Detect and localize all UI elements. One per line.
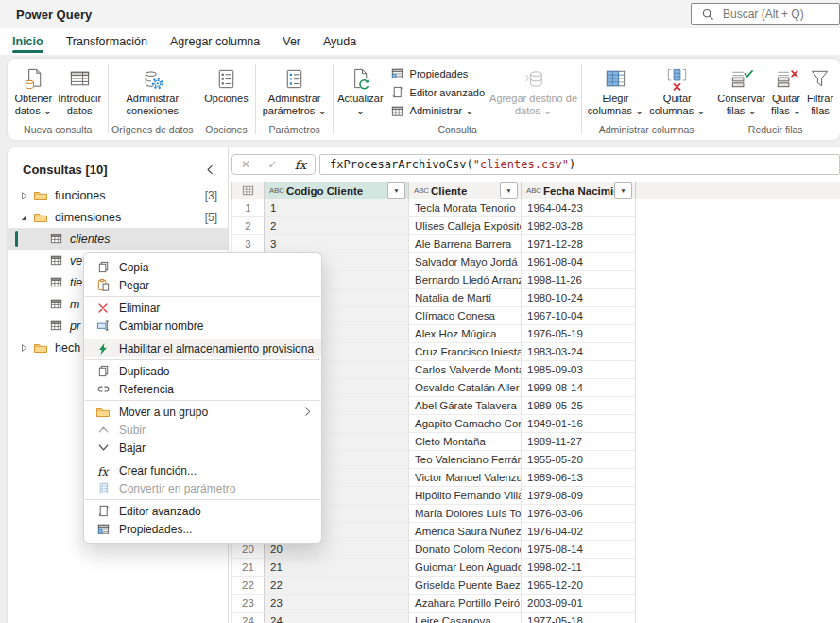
cell-cliente[interactable]: Abel Gárate Talavera [409, 397, 522, 415]
column-header-codigo-cliente[interactable]: ABCCodigo Cliente▼ [265, 182, 409, 199]
formula-cancel-button[interactable]: ✕ [241, 158, 250, 171]
menu-item-editor-avanzado[interactable]: Editor avanzado [84, 502, 321, 520]
filter-button[interactable]: ▼ [614, 182, 632, 199]
cell-cliente[interactable]: Clímaco Conesa [409, 307, 522, 325]
cell-codigo-cliente[interactable]: 22 [265, 577, 409, 595]
collapse-pane-icon[interactable] [204, 164, 216, 176]
tab-inicio[interactable]: Inicio [12, 28, 43, 55]
cell-fecha-nacimiento[interactable]: 1964-04-23 [522, 199, 636, 217]
cell-cliente[interactable]: América Saura Núñez [409, 523, 522, 541]
cell-cliente[interactable]: Victor Manuel Valenzuela Julián [409, 469, 522, 487]
menu-item-bajar[interactable]: Bajar [84, 439, 321, 457]
menu-item-habilitar-el-almacenamiento-provisional[interactable]: Habilitar el almacenamiento provisional [84, 339, 321, 357]
menu-item-pegar[interactable]: Pegar [84, 276, 321, 294]
cell-fecha-nacimiento[interactable]: 1977-05-18 [522, 613, 636, 623]
cell-cliente[interactable]: Guiomar Leon Aguado [409, 559, 522, 577]
cell-cliente[interactable]: Donato Colom Redondo [409, 541, 522, 559]
row-number[interactable]: 1 [231, 199, 265, 217]
cell-cliente[interactable]: Teo Valenciano Ferrándiz [409, 451, 522, 469]
filter-button[interactable]: ▼ [387, 182, 405, 199]
row-number[interactable]: 24 [231, 613, 265, 623]
cell-fecha-nacimiento[interactable]: 2003-09-01 [522, 595, 636, 613]
cell-fecha-nacimiento[interactable]: 1985-09-03 [522, 361, 636, 379]
cell-cliente[interactable]: Carlos Valverde Montaña [409, 361, 522, 379]
tab-agregar-columna[interactable]: Agregar columna [170, 28, 260, 55]
cell-cliente[interactable]: María Dolores Luís Toledo [409, 505, 522, 523]
menu-item-eliminar[interactable]: Eliminar [84, 299, 321, 317]
cell-fecha-nacimiento[interactable]: 1998-02-11 [522, 559, 636, 577]
introducir-datos-button[interactable]: Introducirdatos [55, 62, 104, 119]
administrar-conexiones-button[interactable]: Administrarconexiones [123, 62, 181, 119]
cell-cliente[interactable]: Osvaldo Catalán Aller [409, 379, 522, 397]
quitar-filas-button[interactable]: Quitarfilas ⌄ [768, 62, 804, 119]
obtener-datos-button[interactable]: Obtenerdatos ⌄ [11, 62, 55, 119]
cell-fecha-nacimiento[interactable]: 1982-03-28 [522, 217, 636, 235]
cell-codigo-cliente[interactable]: 23 [265, 595, 409, 613]
sidebar-folder-funciones[interactable]: funciones[3] [8, 184, 228, 206]
formula-input[interactable]: fxProcesarArchivoCsv("clientes.csv") [319, 154, 840, 175]
column-header-fecha-nacimiento[interactable]: ABCFecha Nacimiento▼ [522, 182, 636, 199]
menu-item-cambiar-nombre[interactable]: Cambiar nombre [84, 317, 321, 335]
cell-cliente[interactable]: Griselda Puente Baeza [409, 577, 522, 595]
cell-fecha-nacimiento[interactable]: 1989-11-27 [522, 433, 636, 451]
cell-cliente[interactable]: Hipólito Fernando Villar Gabaldón [409, 487, 522, 505]
editor-avanzado-button[interactable]: Editor avanzado [390, 84, 486, 100]
cell-cliente[interactable]: Agapito Camacho Cordero [409, 415, 522, 433]
cell-fecha-nacimiento[interactable]: 1980-10-24 [522, 289, 636, 307]
cell-fecha-nacimiento[interactable]: 1965-12-20 [522, 577, 636, 595]
cell-fecha-nacimiento[interactable]: 1976-03-06 [522, 505, 636, 523]
cell-codigo-cliente[interactable]: 24 [265, 613, 409, 623]
cell-cliente[interactable]: Ulises Calleja Expósito [409, 217, 522, 235]
tab-transformacion[interactable]: Transformación [66, 28, 147, 55]
cell-fecha-nacimiento[interactable]: 1999-08-14 [522, 379, 636, 397]
sidebar-folder-dimensiones[interactable]: dimensiones[5] [8, 206, 228, 228]
cell-codigo-cliente[interactable]: 21 [265, 559, 409, 577]
tab-ayuda[interactable]: Ayuda [323, 28, 356, 55]
row-number[interactable]: 21 [231, 559, 265, 577]
sidebar-item-clientes[interactable]: clientes [8, 228, 228, 250]
cell-fecha-nacimiento[interactable]: 1979-08-09 [522, 487, 636, 505]
cell-fecha-nacimiento[interactable]: 1971-12-28 [522, 235, 636, 253]
tab-ver[interactable]: Ver [283, 28, 300, 55]
cell-fecha-nacimiento[interactable]: 1989-06-13 [522, 469, 636, 487]
cell-fecha-nacimiento[interactable]: 1967-10-04 [522, 307, 636, 325]
cell-fecha-nacimiento[interactable]: 1998-11-26 [522, 271, 636, 289]
menu-item-propiedades[interactable]: Propiedades... [84, 520, 321, 538]
menu-item-subir[interactable]: Subir [84, 421, 321, 439]
row-number[interactable]: 2 [231, 217, 265, 235]
formula-accept-button[interactable]: ✓ [267, 158, 277, 171]
cell-codigo-cliente[interactable]: 1 [265, 199, 409, 217]
cell-cliente[interactable]: Azahara Portillo Peiró [409, 595, 522, 613]
filtrar-filas-button[interactable]: Filtrarfilas [804, 62, 836, 119]
filter-button[interactable]: ▼ [500, 182, 518, 199]
menu-item-duplicado[interactable]: Duplicado [84, 362, 321, 380]
row-number[interactable]: 3 [231, 235, 265, 253]
menu-item-convertir-en-parametro[interactable]: Convertir en parámetro [84, 479, 321, 497]
conservar-filas-button[interactable]: Conservarfilas ⌄ [714, 62, 768, 119]
quitar-columnas-button[interactable]: Quitarcolumnas ⌄ [646, 62, 708, 119]
cell-codigo-cliente[interactable]: 2 [265, 217, 409, 235]
menu-item-copia[interactable]: Copia [84, 258, 321, 276]
cell-cliente[interactable]: Bernardo Lledó Arranz [409, 271, 522, 289]
opciones-button[interactable]: Opciones [201, 62, 250, 107]
cell-fecha-nacimiento[interactable]: 1961-08-04 [522, 253, 636, 271]
menu-item-mover-a-un-grupo[interactable]: Mover a un grupo [84, 403, 321, 421]
menu-item-crear-funcion[interactable]: fxCrear función... [84, 461, 321, 479]
cell-fecha-nacimiento[interactable]: 1989-05-25 [522, 397, 636, 415]
cell-cliente[interactable]: Cruz Francisco Iniesta [409, 343, 522, 361]
cell-fecha-nacimiento[interactable]: 1976-04-02 [522, 523, 636, 541]
cell-codigo-cliente[interactable]: 3 [265, 235, 409, 253]
cell-cliente[interactable]: Natalia de Martí [409, 289, 522, 307]
administrar-parametros-button[interactable]: Administrarparámetros ⌄ [260, 62, 330, 119]
cell-fecha-nacimiento[interactable]: 1949-01-16 [522, 415, 636, 433]
elegir-columnas-button[interactable]: Elegircolumnas ⌄ [585, 62, 646, 119]
cell-fecha-nacimiento[interactable]: 1975-08-14 [522, 541, 636, 559]
cell-cliente[interactable]: Ale Barrena Barrera [409, 235, 522, 253]
administrar-button[interactable]: Administrar ⌄ [390, 103, 486, 119]
cell-cliente[interactable]: Alex Hoz Múgica [409, 325, 522, 343]
cell-cliente[interactable]: Cleto Montaña [409, 433, 522, 451]
search-box[interactable] [691, 3, 840, 25]
select-all-corner[interactable] [231, 182, 265, 199]
cell-fecha-nacimiento[interactable]: 1976-05-19 [522, 325, 636, 343]
search-input[interactable] [721, 7, 833, 22]
